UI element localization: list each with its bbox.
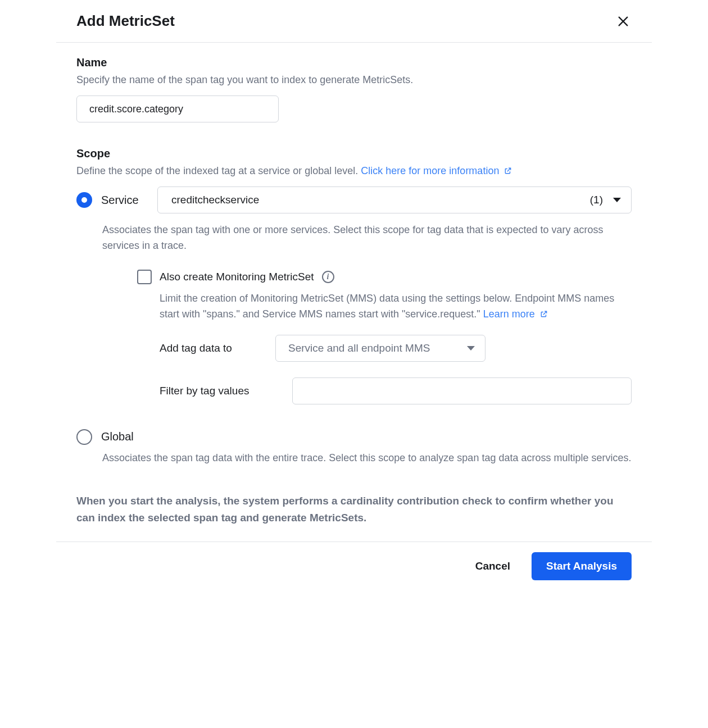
mms-description: Limit the creation of Monitoring MetricS…	[160, 291, 632, 322]
scope-info-link[interactable]: Click here for more information	[361, 165, 512, 176]
filter-label: Filter by tag values	[160, 385, 264, 397]
service-helper-text: Associates the span tag with one or more…	[102, 222, 632, 254]
add-tag-select[interactable]: Service and all endpoint MMS	[275, 335, 485, 362]
global-radio[interactable]	[76, 429, 92, 445]
name-section: Name Specify the name of the span tag yo…	[76, 56, 632, 122]
service-radio[interactable]	[76, 192, 92, 208]
external-link-icon	[540, 310, 548, 318]
external-link-icon	[504, 167, 512, 175]
service-select[interactable]: creditcheckservice (1)	[157, 186, 632, 213]
service-radio-label: Service	[101, 194, 148, 207]
analysis-note: When you start the analysis, the system …	[76, 493, 632, 526]
cancel-button[interactable]: Cancel	[475, 560, 510, 572]
global-radio-label: Global	[101, 430, 134, 443]
name-label: Name	[76, 56, 632, 69]
dialog-title: Add MetricSet	[76, 12, 175, 30]
close-icon	[617, 15, 629, 28]
mms-checkbox-label: Also create Monitoring MetricSet	[160, 271, 314, 283]
learn-more-link[interactable]: Learn more	[483, 308, 548, 320]
add-tag-select-value: Service and all endpoint MMS	[288, 342, 430, 354]
scope-description: Define the scope of the indexed tag at a…	[76, 163, 632, 179]
name-input[interactable]	[76, 95, 279, 122]
scope-section: Scope Define the scope of the indexed ta…	[76, 147, 632, 466]
filter-input[interactable]	[292, 377, 632, 404]
service-select-value: creditcheckservice	[171, 194, 259, 206]
start-analysis-button[interactable]: Start Analysis	[532, 552, 632, 580]
info-icon[interactable]: i	[322, 271, 334, 283]
scope-label: Scope	[76, 147, 632, 160]
add-tag-label: Add tag data to	[160, 342, 247, 354]
chevron-down-icon	[467, 346, 475, 351]
global-helper-text: Associates the span tag data with the en…	[102, 451, 632, 466]
service-select-count: (1)	[590, 194, 603, 206]
chevron-down-icon	[613, 198, 621, 202]
scope-desc-text: Define the scope of the indexed tag at a…	[76, 165, 361, 176]
mms-checkbox[interactable]	[137, 270, 152, 284]
name-description: Specify the name of the span tag you wan…	[76, 72, 632, 88]
close-button[interactable]	[615, 13, 632, 30]
